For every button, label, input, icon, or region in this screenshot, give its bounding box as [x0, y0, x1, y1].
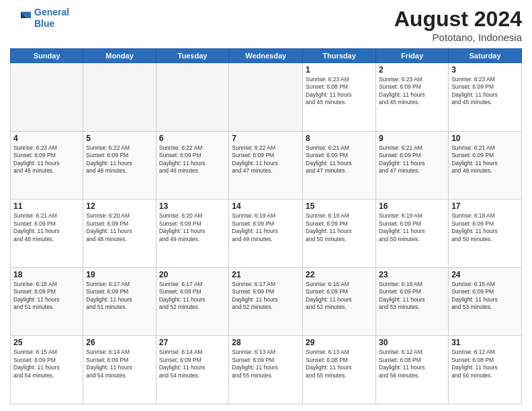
day-info: Sunrise: 6:16 AM Sunset: 6:09 PM Dayligh…: [306, 281, 373, 312]
calendar-cell: 8Sunrise: 6:21 AM Sunset: 6:09 PM Daylig…: [303, 131, 376, 199]
calendar-week-5: 25Sunrise: 6:15 AM Sunset: 6:09 PM Dayli…: [11, 336, 522, 404]
calendar-cell: [83, 63, 156, 132]
day-info: Sunrise: 6:21 AM Sunset: 6:09 PM Dayligh…: [451, 144, 519, 175]
day-info: Sunrise: 6:13 AM Sunset: 6:09 PM Dayligh…: [232, 349, 300, 379]
calendar-cell: 29Sunrise: 6:13 AM Sunset: 6:08 PM Dayli…: [303, 336, 376, 404]
calendar-cell: 30Sunrise: 6:12 AM Sunset: 6:08 PM Dayli…: [376, 336, 449, 404]
calendar-cell: 19Sunrise: 6:17 AM Sunset: 6:09 PM Dayli…: [83, 267, 156, 336]
day-info: Sunrise: 6:17 AM Sunset: 6:09 PM Dayligh…: [232, 281, 300, 312]
day-info: Sunrise: 6:22 AM Sunset: 6:09 PM Dayligh…: [232, 144, 300, 175]
day-number: 6: [159, 134, 226, 143]
day-number: 7: [232, 134, 300, 143]
day-number: 20: [159, 270, 226, 279]
day-info: Sunrise: 6:18 AM Sunset: 6:09 PM Dayligh…: [451, 212, 519, 243]
calendar-cell: 7Sunrise: 6:22 AM Sunset: 6:09 PM Daylig…: [229, 131, 303, 199]
day-number: 22: [306, 270, 373, 279]
day-info: Sunrise: 6:19 AM Sunset: 6:09 PM Dayligh…: [306, 212, 373, 243]
calendar-cell: 14Sunrise: 6:19 AM Sunset: 6:09 PM Dayli…: [229, 199, 303, 268]
calendar-cell: 24Sunrise: 6:15 AM Sunset: 6:09 PM Dayli…: [449, 267, 522, 336]
day-number: 2: [379, 65, 445, 75]
day-info: Sunrise: 6:15 AM Sunset: 6:09 PM Dayligh…: [13, 349, 80, 379]
day-number: 27: [159, 338, 226, 347]
day-number: 26: [86, 338, 152, 347]
calendar-cell: 21Sunrise: 6:17 AM Sunset: 6:09 PM Dayli…: [229, 267, 303, 336]
day-info: Sunrise: 6:23 AM Sunset: 6:09 PM Dayligh…: [451, 76, 519, 107]
day-number: 17: [451, 201, 519, 211]
day-number: 14: [232, 201, 300, 211]
calendar-cell: 23Sunrise: 6:16 AM Sunset: 6:09 PM Dayli…: [376, 267, 449, 336]
day-number: 4: [13, 134, 80, 143]
calendar-week-3: 11Sunrise: 6:21 AM Sunset: 6:09 PM Dayli…: [11, 199, 522, 268]
day-info: Sunrise: 6:23 AM Sunset: 6:08 PM Dayligh…: [306, 76, 373, 107]
col-header-wednesday: Wednesday: [229, 49, 303, 63]
col-header-friday: Friday: [376, 49, 449, 63]
logo-svg: [10, 7, 32, 29]
logo-general: General: [34, 7, 69, 17]
day-number: 19: [86, 270, 152, 279]
day-number: 30: [379, 338, 445, 347]
calendar-cell: 1Sunrise: 6:23 AM Sunset: 6:08 PM Daylig…: [303, 63, 376, 132]
calendar-cell: 9Sunrise: 6:21 AM Sunset: 6:09 PM Daylig…: [376, 131, 449, 199]
calendar-cell: 12Sunrise: 6:20 AM Sunset: 6:09 PM Dayli…: [83, 199, 156, 268]
logo: General Blue: [10, 7, 69, 30]
calendar-cell: 16Sunrise: 6:19 AM Sunset: 6:09 PM Dayli…: [376, 199, 449, 268]
day-info: Sunrise: 6:20 AM Sunset: 6:09 PM Dayligh…: [159, 212, 226, 243]
day-info: Sunrise: 6:21 AM Sunset: 6:09 PM Dayligh…: [306, 144, 373, 175]
day-info: Sunrise: 6:21 AM Sunset: 6:09 PM Dayligh…: [379, 144, 445, 175]
calendar-cell: 31Sunrise: 6:12 AM Sunset: 6:08 PM Dayli…: [449, 336, 522, 404]
day-number: 8: [306, 134, 373, 143]
day-number: 16: [379, 201, 445, 211]
day-number: 24: [451, 270, 519, 279]
day-info: Sunrise: 6:23 AM Sunset: 6:09 PM Dayligh…: [379, 76, 445, 107]
day-number: 9: [379, 134, 445, 143]
logo-text: General Blue: [34, 7, 69, 30]
day-info: Sunrise: 6:17 AM Sunset: 6:09 PM Dayligh…: [86, 281, 152, 312]
day-info: Sunrise: 6:17 AM Sunset: 6:09 PM Dayligh…: [159, 281, 226, 312]
calendar-cell: 13Sunrise: 6:20 AM Sunset: 6:09 PM Dayli…: [156, 199, 229, 268]
calendar-week-1: 1Sunrise: 6:23 AM Sunset: 6:08 PM Daylig…: [11, 63, 522, 132]
header: General Blue August 2024 Pototano, Indon…: [10, 7, 522, 43]
location-subtitle: Pototano, Indonesia: [394, 32, 522, 43]
calendar-cell: 5Sunrise: 6:22 AM Sunset: 6:09 PM Daylig…: [83, 131, 156, 199]
day-info: Sunrise: 6:22 AM Sunset: 6:09 PM Dayligh…: [86, 144, 152, 175]
day-number: 23: [379, 270, 445, 279]
calendar-cell: 11Sunrise: 6:21 AM Sunset: 6:09 PM Dayli…: [11, 199, 83, 268]
day-info: Sunrise: 6:16 AM Sunset: 6:09 PM Dayligh…: [379, 281, 445, 312]
calendar-cell: [11, 63, 83, 132]
day-info: Sunrise: 6:22 AM Sunset: 6:09 PM Dayligh…: [159, 144, 226, 175]
calendar-table: SundayMondayTuesdayWednesdayThursdayFrid…: [10, 48, 522, 404]
day-number: 18: [13, 270, 80, 279]
day-number: 10: [451, 134, 519, 143]
day-info: Sunrise: 6:14 AM Sunset: 6:09 PM Dayligh…: [86, 349, 152, 379]
day-number: 5: [86, 134, 152, 143]
calendar-cell: 22Sunrise: 6:16 AM Sunset: 6:09 PM Dayli…: [303, 267, 376, 336]
calendar-cell: 17Sunrise: 6:18 AM Sunset: 6:09 PM Dayli…: [449, 199, 522, 268]
calendar-cell: 25Sunrise: 6:15 AM Sunset: 6:09 PM Dayli…: [11, 336, 83, 404]
day-number: 21: [232, 270, 300, 279]
calendar-header-row: SundayMondayTuesdayWednesdayThursdayFrid…: [11, 49, 522, 63]
calendar-cell: 28Sunrise: 6:13 AM Sunset: 6:09 PM Dayli…: [229, 336, 303, 404]
calendar-cell: 10Sunrise: 6:21 AM Sunset: 6:09 PM Dayli…: [449, 131, 522, 199]
col-header-thursday: Thursday: [303, 49, 376, 63]
calendar-cell: 15Sunrise: 6:19 AM Sunset: 6:09 PM Dayli…: [303, 199, 376, 268]
calendar-cell: 26Sunrise: 6:14 AM Sunset: 6:09 PM Dayli…: [83, 336, 156, 404]
day-info: Sunrise: 6:23 AM Sunset: 6:09 PM Dayligh…: [13, 144, 80, 175]
day-info: Sunrise: 6:13 AM Sunset: 6:08 PM Dayligh…: [306, 349, 373, 379]
col-header-monday: Monday: [83, 49, 156, 63]
day-info: Sunrise: 6:18 AM Sunset: 6:09 PM Dayligh…: [13, 281, 80, 312]
day-info: Sunrise: 6:12 AM Sunset: 6:08 PM Dayligh…: [451, 349, 519, 379]
day-number: 12: [86, 201, 152, 211]
col-header-tuesday: Tuesday: [156, 49, 229, 63]
calendar-cell: 3Sunrise: 6:23 AM Sunset: 6:09 PM Daylig…: [449, 63, 522, 132]
day-number: 11: [13, 201, 80, 211]
calendar-cell: 27Sunrise: 6:14 AM Sunset: 6:09 PM Dayli…: [156, 336, 229, 404]
day-number: 1: [306, 65, 373, 75]
calendar-cell: 6Sunrise: 6:22 AM Sunset: 6:09 PM Daylig…: [156, 131, 229, 199]
day-info: Sunrise: 6:21 AM Sunset: 6:09 PM Dayligh…: [13, 212, 80, 243]
day-info: Sunrise: 6:19 AM Sunset: 6:09 PM Dayligh…: [232, 212, 300, 243]
day-number: 31: [451, 338, 519, 347]
calendar-week-4: 18Sunrise: 6:18 AM Sunset: 6:09 PM Dayli…: [11, 267, 522, 336]
day-number: 3: [451, 65, 519, 75]
day-info: Sunrise: 6:15 AM Sunset: 6:09 PM Dayligh…: [451, 281, 519, 312]
calendar-cell: [156, 63, 229, 132]
